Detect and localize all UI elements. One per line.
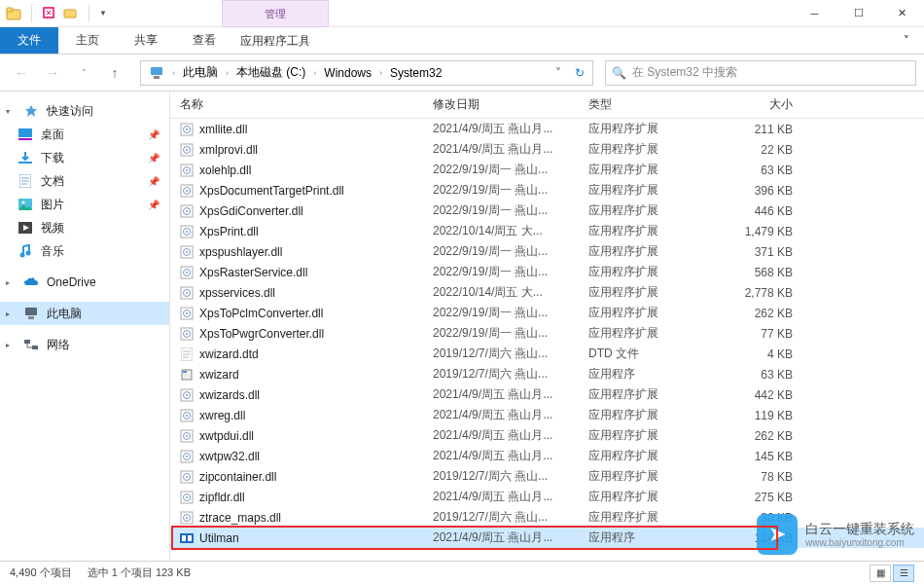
chevron-right-icon[interactable]: ▸ xyxy=(6,341,16,349)
col-name[interactable]: 名称 xyxy=(170,96,423,113)
col-size[interactable]: 大小 xyxy=(686,96,802,113)
file-row[interactable]: xwtpw32.dll2021/4/9/周五 燕山月...应用程序扩展145 K… xyxy=(170,446,924,466)
chevron-right-icon[interactable]: › xyxy=(311,68,318,78)
selection-info: 选中 1 个项目 123 KB xyxy=(88,566,191,580)
chevron-right-icon[interactable]: ▸ xyxy=(6,278,16,287)
qat-properties-icon[interactable] xyxy=(42,6,57,21)
tab-file[interactable]: 文件 xyxy=(0,27,58,54)
file-row[interactable]: xpsservices.dll2022/10/14/周五 大...应用程序扩展2… xyxy=(170,282,924,303)
file-row[interactable]: zipfldr.dll2021/4/9/周五 燕山月...应用程序扩展275 K… xyxy=(170,487,924,507)
file-row[interactable]: XpsGdiConverter.dll2022/9/19/周一 燕山...应用程… xyxy=(170,201,924,221)
breadcrumb-dropdown-icon[interactable]: ˅ xyxy=(548,66,569,80)
minimize-button[interactable]: ─ xyxy=(793,0,836,27)
file-row[interactable]: XpsToPwgrConverter.dll2022/9/19/周一 燕山...… xyxy=(170,323,924,344)
file-type: 应用程序扩展 xyxy=(579,202,686,219)
close-button[interactable]: ✕ xyxy=(880,0,924,27)
chevron-right-icon[interactable]: ▸ xyxy=(6,310,16,318)
breadcrumb-item[interactable]: Windows xyxy=(318,66,377,80)
file-row[interactable]: XpsToPclmConverter.dll2022/9/19/周一 燕山...… xyxy=(170,303,924,323)
file-row[interactable]: xmlprovi.dll2021/4/9/周五 燕山月...应用程序扩展22 K… xyxy=(170,139,924,160)
qat-dropdown-icon[interactable]: ▼ xyxy=(99,9,107,18)
chevron-right-icon[interactable]: › xyxy=(224,68,231,78)
view-details-button[interactable]: ☰ xyxy=(893,565,914,582)
svg-rect-19 xyxy=(24,340,30,344)
tab-home[interactable]: 主页 xyxy=(58,27,117,54)
file-name: XpsToPwgrConverter.dll xyxy=(199,327,324,341)
file-icon xyxy=(180,307,194,320)
file-type: 应用程序扩展 xyxy=(579,468,686,485)
svg-point-50 xyxy=(186,312,188,314)
file-name: xmlprovi.dll xyxy=(199,143,258,157)
nav-label: OneDrive xyxy=(47,275,96,289)
quick-item-desktop[interactable]: 桌面📌 xyxy=(0,123,169,146)
file-size: 119 KB xyxy=(686,409,802,422)
chevron-right-icon[interactable]: › xyxy=(377,68,384,78)
file-row[interactable]: xwizard2019/12/7/周六 燕山...应用程序63 KB xyxy=(170,364,924,384)
file-row[interactable]: XpsDocumentTargetPrint.dll2022/9/19/周一 燕… xyxy=(170,180,924,201)
pic-icon xyxy=(18,197,33,212)
file-size: 77 KB xyxy=(686,327,802,341)
chevron-down-icon[interactable]: ▾ xyxy=(6,107,16,116)
col-type[interactable]: 类型 xyxy=(579,96,686,113)
file-icon xyxy=(180,511,194,525)
quick-item-video[interactable]: 视频 xyxy=(0,216,169,239)
quick-item-doc[interactable]: 文档📌 xyxy=(0,169,169,193)
file-row[interactable]: xwreg.dll2021/4/9/周五 燕山月...应用程序扩展119 KB xyxy=(170,405,924,425)
file-row[interactable]: XpsPrint.dll2022/10/14/周五 大...应用程序扩展1,47… xyxy=(170,221,924,241)
svg-marker-6 xyxy=(25,105,37,117)
quick-item-download[interactable]: 下载📌 xyxy=(0,146,169,169)
col-date[interactable]: 修改日期 xyxy=(423,96,579,113)
svg-point-16 xyxy=(26,251,31,256)
view-thumbnails-button[interactable]: ▦ xyxy=(870,565,891,582)
file-row[interactable]: xolehlp.dll2022/9/19/周一 燕山...应用程序扩展63 KB xyxy=(170,160,924,180)
svg-point-38 xyxy=(186,231,188,233)
file-row[interactable]: XpsRasterService.dll2022/9/19/周一 燕山...应用… xyxy=(170,262,924,282)
file-row[interactable]: xpspushlayer.dll2022/9/19/周一 燕山...应用程序扩展… xyxy=(170,241,924,262)
file-row[interactable]: xwtpdui.dll2021/4/9/周五 燕山月...应用程序扩展262 K… xyxy=(170,425,924,446)
file-date: 2021/4/9/周五 燕山月... xyxy=(423,141,579,158)
desktop-icon xyxy=(18,127,33,142)
search-input[interactable]: 🔍 在 System32 中搜索 xyxy=(605,60,916,86)
file-icon xyxy=(180,225,194,238)
file-type: 应用程序扩展 xyxy=(579,162,686,178)
file-row[interactable]: zipcontainer.dll2019/12/7/周六 燕山...应用程序扩展… xyxy=(170,466,924,487)
file-name: XpsPrint.dll xyxy=(199,225,259,238)
file-date: 2022/10/14/周五 大... xyxy=(423,223,579,239)
quick-item-pic[interactable]: 图片📌 xyxy=(0,193,169,216)
file-row[interactable]: xmllite.dll2021/4/9/周五 燕山月...应用程序扩展211 K… xyxy=(170,119,924,139)
file-type: 应用程序 xyxy=(579,366,686,383)
ribbon: 文件 主页 共享 查看 应用程序工具 ˅ xyxy=(0,27,924,55)
onedrive-item[interactable]: ▸ OneDrive xyxy=(0,271,169,294)
refresh-icon[interactable]: ↻ xyxy=(569,66,590,80)
ribbon-expand-icon[interactable]: ˅ xyxy=(889,27,924,54)
recent-dropdown[interactable]: ˅ xyxy=(70,59,97,87)
file-size: 63 KB xyxy=(686,368,802,382)
tab-share[interactable]: 共享 xyxy=(117,27,175,54)
file-date: 2019/12/7/周六 燕山... xyxy=(423,468,579,485)
status-bar: 4,490 个项目 选中 1 个项目 123 KB ▦ ☰ xyxy=(0,561,924,584)
breadcrumb-item[interactable]: 本地磁盘 (C:) xyxy=(231,64,311,81)
network-item[interactable]: ▸ 网络 xyxy=(0,333,169,356)
breadcrumb[interactable]: › 此电脑 › 本地磁盘 (C:) › Windows › System32 ˅… xyxy=(140,60,593,86)
svg-rect-5 xyxy=(154,76,160,79)
breadcrumb-pc-icon[interactable] xyxy=(143,66,170,80)
forward-button[interactable]: → xyxy=(39,59,66,87)
file-row[interactable]: xwizards.dll2021/4/9/周五 燕山月...应用程序扩展442 … xyxy=(170,384,924,405)
qat-new-folder-icon[interactable] xyxy=(63,6,79,21)
quick-access-header[interactable]: ▾ 快速访问 xyxy=(0,99,169,123)
this-pc-item[interactable]: ▸ 此电脑 xyxy=(0,302,169,325)
doc-icon xyxy=(18,173,33,189)
file-icon xyxy=(180,368,194,382)
back-button[interactable]: ← xyxy=(8,59,35,87)
pin-icon: 📌 xyxy=(148,153,160,164)
up-button[interactable]: ↑ xyxy=(101,59,128,87)
maximize-button[interactable]: ☐ xyxy=(836,0,880,27)
breadcrumb-item[interactable]: 此电脑 xyxy=(177,64,224,81)
breadcrumb-item[interactable]: System32 xyxy=(384,66,447,80)
chevron-right-icon[interactable]: › xyxy=(170,68,177,78)
cloud-icon xyxy=(23,274,39,290)
search-icon: 🔍 xyxy=(612,66,626,80)
file-row[interactable]: xwizard.dtd2019/12/7/周六 燕山...DTD 文件4 KB xyxy=(170,344,924,364)
quick-item-music[interactable]: 音乐 xyxy=(0,239,169,263)
tab-app-tools[interactable]: 应用程序工具 xyxy=(222,27,329,55)
